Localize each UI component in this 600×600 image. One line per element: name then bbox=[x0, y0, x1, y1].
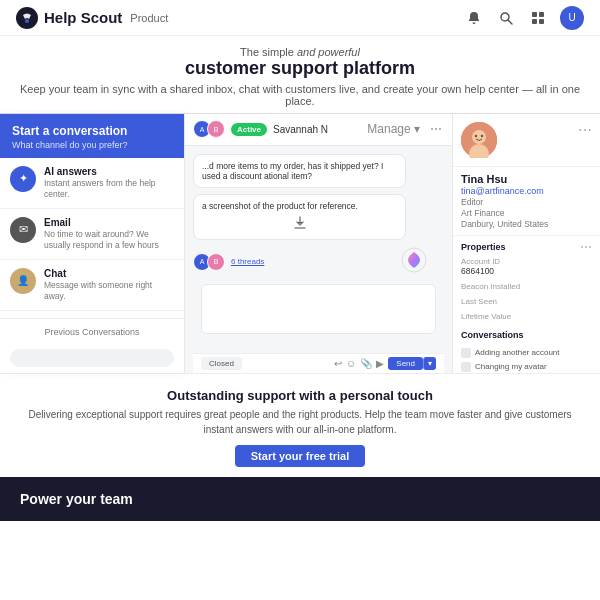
chat-option-email-text: Email No time to wait around? We usually… bbox=[44, 217, 174, 251]
chat-header-title: Start a conversation bbox=[12, 124, 172, 138]
beacon-label: Beacon Installed bbox=[461, 282, 592, 291]
email-icon: ✉ bbox=[10, 217, 36, 243]
hero-description: Keep your team in sync with a shared inb… bbox=[16, 83, 584, 107]
contact-role: Editor bbox=[461, 197, 592, 207]
hs-brand-logo bbox=[400, 246, 428, 278]
right-panel: ⋯ Tina Hsu tina@artfinance.com Editor Ar… bbox=[452, 114, 600, 373]
outstanding-desc: Delivering exceptional support requires … bbox=[20, 407, 580, 437]
chat-option-chat[interactable]: 👤 Chat Message with someone right away. bbox=[0, 260, 184, 311]
brand-logo[interactable]: Help Scout Product bbox=[16, 7, 168, 29]
svg-rect-14 bbox=[461, 348, 471, 358]
chat-option-ai-text: AI answers Instant answers from the help… bbox=[44, 166, 174, 200]
chat-agent-avatar: 👤 bbox=[10, 268, 36, 294]
svg-point-13 bbox=[481, 134, 483, 136]
contact-name: Tina Hsu bbox=[461, 173, 592, 185]
prop-lifetime: Lifetime Value bbox=[453, 309, 600, 324]
email-option-desc: No time to wait around? We usually respo… bbox=[44, 229, 174, 251]
chat-option-desc: Message with someone right away. bbox=[44, 280, 174, 302]
send-dropdown-button[interactable]: ▾ bbox=[423, 357, 436, 370]
conv-text-1: Adding another account bbox=[475, 348, 560, 357]
chat-option-email[interactable]: ✉ Email No time to wait around? We usual… bbox=[0, 209, 184, 260]
download-icon bbox=[292, 215, 308, 231]
contact-avatar bbox=[461, 122, 497, 158]
message-text-1: ...d more items to my order, has it ship… bbox=[202, 161, 383, 181]
properties-more-icon[interactable]: ⋯ bbox=[580, 240, 592, 254]
prop-account-id: Account ID 6864100 bbox=[453, 254, 600, 279]
conversations-title: Conversations bbox=[453, 324, 600, 342]
status-badge: Active bbox=[231, 123, 267, 136]
account-id-label: Account ID bbox=[461, 257, 592, 266]
app-ui: A B Active Savannah N Manage ▾ ⋯ ...d mo… bbox=[185, 114, 452, 373]
conv-icon-1 bbox=[461, 348, 471, 358]
svg-line-3 bbox=[508, 20, 512, 24]
chat-option-chat-text: Chat Message with someone right away. bbox=[44, 268, 174, 302]
hero-section: The simple and powerful customer support… bbox=[0, 36, 600, 113]
conv-text-2: Changing my avatar bbox=[475, 362, 547, 371]
attach-icon[interactable]: 📎 bbox=[360, 358, 372, 369]
outstanding-title: Outstanding support with a personal touc… bbox=[20, 388, 580, 403]
svg-point-12 bbox=[475, 134, 477, 136]
conv-item-2[interactable]: Changing my avatar bbox=[461, 360, 592, 373]
svg-point-10 bbox=[472, 130, 486, 144]
navbar: Help Scout Product U bbox=[0, 0, 600, 36]
bell-icon[interactable] bbox=[464, 8, 484, 28]
agent-avatar-2: B bbox=[207, 120, 225, 138]
more-options-icon[interactable]: ⋯ bbox=[578, 122, 592, 138]
chat-widget: Start a conversation What channel do you… bbox=[0, 114, 185, 373]
grid-icon[interactable] bbox=[528, 8, 548, 28]
compose-toolbar: Closed ↩ ☺ 📎 ▶ Send ▾ bbox=[193, 353, 444, 373]
svg-rect-5 bbox=[539, 12, 544, 17]
lifetime-label: Lifetime Value bbox=[461, 312, 592, 321]
last-seen-label: Last Seen bbox=[461, 297, 592, 306]
chat-option-name: Chat bbox=[44, 268, 174, 279]
chat-header-sub: What channel do you prefer? bbox=[12, 140, 172, 150]
helpscout-watermark-icon bbox=[400, 246, 428, 274]
thread-avatar-2: B bbox=[207, 253, 225, 271]
svg-rect-15 bbox=[461, 362, 471, 372]
prop-beacon: Beacon Installed bbox=[453, 279, 600, 294]
nav-icons: U bbox=[464, 6, 584, 30]
contact-company: Art Finance bbox=[461, 208, 592, 218]
svg-rect-7 bbox=[539, 19, 544, 24]
compose-area[interactable] bbox=[201, 284, 436, 334]
properties-title: Properties bbox=[461, 242, 506, 252]
chat-option-ai[interactable]: ✦ AI answers Instant answers from the he… bbox=[0, 158, 184, 209]
send-button[interactable]: Send bbox=[388, 357, 423, 370]
chat-search-input[interactable] bbox=[10, 349, 174, 367]
helpscout-logo-icon bbox=[16, 7, 38, 29]
forward-icon[interactable]: ▶ bbox=[376, 358, 384, 369]
user-avatar[interactable]: U bbox=[560, 6, 584, 30]
contact-info: Tina Hsu tina@artfinance.com Editor Art … bbox=[453, 167, 600, 236]
message-bubble-2: a screenshot of the product for referenc… bbox=[193, 194, 406, 240]
ai-option-name: AI answers bbox=[44, 166, 174, 177]
brand-name: Help Scout bbox=[44, 9, 122, 26]
message-area: ...d more items to my order, has it ship… bbox=[185, 146, 452, 353]
contact-avatar-icon bbox=[461, 122, 497, 158]
closed-button[interactable]: Closed bbox=[201, 357, 242, 370]
cta-button[interactable]: Start your free trial bbox=[235, 445, 365, 467]
email-option-name: Email bbox=[44, 217, 174, 228]
message-bubble-1: ...d more items to my order, has it ship… bbox=[193, 154, 406, 188]
prev-conversations[interactable]: Previous Conversations bbox=[0, 318, 184, 345]
svg-rect-6 bbox=[532, 19, 537, 24]
conv-item-1[interactable]: Adding another account bbox=[461, 346, 592, 360]
message-text-2: a screenshot of the product for referenc… bbox=[202, 201, 358, 211]
account-id-value: 6864100 bbox=[461, 266, 592, 276]
prop-last-seen: Last Seen bbox=[453, 294, 600, 309]
reply-icon[interactable]: ↩ bbox=[334, 358, 342, 369]
agent-name: Savannah N bbox=[273, 124, 328, 135]
contact-location: Danbury, United States bbox=[461, 219, 592, 229]
manage-dropdown[interactable]: Manage ▾ bbox=[365, 120, 422, 138]
product-tag: Product bbox=[130, 12, 168, 24]
threads-avatars: A B bbox=[193, 253, 225, 271]
search-icon[interactable] bbox=[496, 8, 516, 28]
emoji-icon[interactable]: ☺ bbox=[346, 358, 356, 369]
more-icon[interactable]: ⋯ bbox=[428, 120, 444, 138]
ai-option-desc: Instant answers from the help center. bbox=[44, 178, 174, 200]
properties-header: Properties ⋯ bbox=[453, 236, 600, 254]
contact-email[interactable]: tina@artfinance.com bbox=[461, 186, 592, 196]
agent-avatars: A B bbox=[193, 120, 225, 138]
main-content: Start a conversation What channel do you… bbox=[0, 113, 600, 373]
power-title: Power your team bbox=[20, 491, 580, 507]
threads-link[interactable]: 6 threads bbox=[231, 257, 264, 266]
